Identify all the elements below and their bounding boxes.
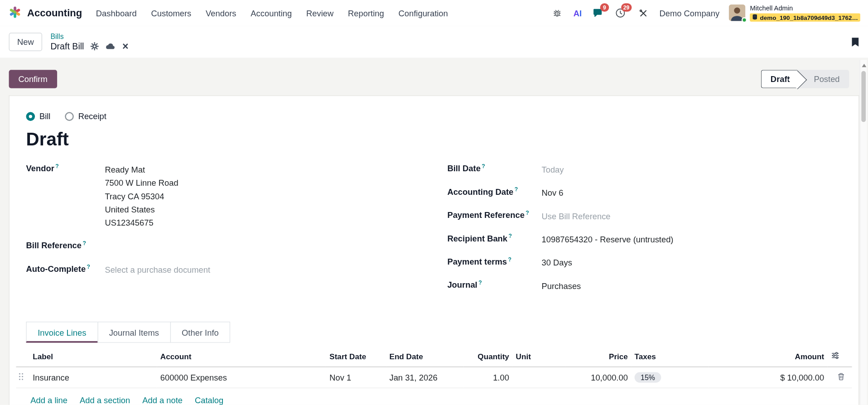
company-switcher[interactable]: Demo Company bbox=[660, 8, 720, 18]
field-bill-reference: Bill Reference? bbox=[26, 240, 421, 253]
field-journal: Journal? Purchases bbox=[447, 280, 842, 292]
drag-handle-icon[interactable] bbox=[16, 367, 29, 388]
add-a-note-link[interactable]: Add a note bbox=[142, 395, 183, 405]
form-grid: Vendor? Ready Mat 7500 W Linne Road Trac… bbox=[26, 163, 842, 303]
delete-line-icon[interactable] bbox=[828, 367, 852, 388]
radio-receipt[interactable]: Receipt bbox=[65, 111, 106, 121]
radio-receipt-input[interactable] bbox=[65, 112, 74, 121]
tab-invoice-lines[interactable]: Invoice Lines bbox=[26, 322, 98, 343]
cell-end-date[interactable]: Jan 31, 2026 bbox=[386, 367, 463, 388]
table-header-row: Label Account Start Date End Date Quanti… bbox=[16, 347, 852, 367]
cell-account[interactable]: 600000 Expenses bbox=[157, 367, 326, 388]
help-icon: ? bbox=[82, 240, 86, 246]
app-name: Accounting bbox=[27, 7, 82, 19]
breadcrumb-bills-link[interactable]: Bills bbox=[50, 32, 128, 40]
bookmark-icon[interactable] bbox=[851, 37, 859, 47]
cell-quantity[interactable]: 1.00 bbox=[463, 367, 512, 388]
cell-amount: $ 10,000.00 bbox=[709, 367, 828, 388]
vertical-scrollbar[interactable] bbox=[860, 60, 867, 405]
database-name: demo_190_1b8a709d49d3_1762… bbox=[760, 14, 858, 21]
radio-bill-input[interactable] bbox=[26, 112, 35, 121]
bill-form-sheet: Bill Receipt Draft Vendor? Ready Mat 750… bbox=[9, 96, 859, 405]
menu-configuration[interactable]: Configuration bbox=[391, 5, 455, 21]
column-options-icon[interactable] bbox=[828, 347, 852, 367]
cell-price[interactable]: 10,000.00 bbox=[566, 367, 631, 388]
navbar-systray: AI 9 29 Demo Company bbox=[551, 5, 860, 22]
breadcrumb: Bills Draft Bill bbox=[50, 32, 128, 52]
top-navbar: Accounting Dashboard Customers Vendors A… bbox=[0, 0, 868, 26]
notebook-tabs: Invoice Lines Journal Items Other Info bbox=[26, 322, 842, 343]
vendor-name-field[interactable]: Ready Mat bbox=[105, 163, 178, 176]
accounting-date-input[interactable]: Nov 6 bbox=[542, 187, 564, 199]
form-left-column: Vendor? Ready Mat 7500 W Linne Road Trac… bbox=[26, 163, 421, 303]
tab-other-info[interactable]: Other Info bbox=[170, 322, 230, 343]
tax-badge[interactable]: 15% bbox=[635, 372, 661, 383]
help-icon: ? bbox=[482, 163, 485, 169]
move-type-radio-group: Bill Receipt bbox=[26, 111, 842, 121]
menu-reporting[interactable]: Reporting bbox=[341, 5, 391, 21]
field-payment-reference: Payment Reference? Use Bill Reference bbox=[447, 210, 842, 222]
tab-journal-items[interactable]: Journal Items bbox=[97, 322, 171, 343]
col-quantity: Quantity bbox=[463, 347, 512, 367]
scrollbar-thumb[interactable] bbox=[861, 71, 866, 122]
col-label: Label bbox=[29, 347, 157, 367]
journal-input[interactable]: Purchases bbox=[542, 280, 581, 292]
form-right-column: Bill Date? Today Accounting Date? Nov 6 … bbox=[447, 163, 842, 303]
settings-gear-icon[interactable] bbox=[91, 42, 99, 50]
col-price: Price bbox=[566, 347, 631, 367]
radio-bill[interactable]: Bill bbox=[26, 111, 51, 121]
add-a-line-link[interactable]: Add a line bbox=[30, 395, 68, 405]
menu-accounting[interactable]: Accounting bbox=[243, 5, 299, 21]
bill-date-input[interactable]: Today bbox=[542, 163, 564, 176]
invoice-line-row: Insurance 600000 Expenses Nov 1 Jan 31, … bbox=[16, 367, 852, 388]
user-menu[interactable]: Mitchell Admin demo_190_1b8a709d49d3_176… bbox=[729, 5, 860, 22]
database-icon bbox=[752, 14, 757, 21]
help-icon: ? bbox=[478, 280, 482, 285]
tools-icon[interactable] bbox=[637, 6, 650, 19]
catalog-link[interactable]: Catalog bbox=[195, 395, 223, 405]
field-payment-terms: Payment terms? 30 Days bbox=[447, 256, 842, 269]
help-icon: ? bbox=[509, 233, 512, 239]
breadcrumb-current: Draft Bill bbox=[50, 41, 84, 52]
recipient-bank-input[interactable]: 10987654320 - Reserve (untrusted) bbox=[542, 233, 674, 246]
cell-start-date[interactable]: Nov 1 bbox=[326, 367, 386, 388]
menu-dashboard[interactable]: Dashboard bbox=[89, 5, 144, 21]
menu-customers[interactable]: Customers bbox=[144, 5, 199, 21]
activities-clock-icon[interactable]: 29 bbox=[614, 6, 627, 19]
cell-label[interactable]: Insurance bbox=[29, 367, 157, 388]
status-row: Confirm Draft Posted bbox=[0, 58, 868, 95]
avatar bbox=[729, 5, 746, 21]
help-icon: ? bbox=[55, 163, 58, 169]
col-taxes: Taxes bbox=[631, 347, 709, 367]
scroll-up-icon[interactable] bbox=[862, 64, 867, 67]
field-accounting-date: Accounting Date? Nov 6 bbox=[447, 187, 842, 199]
help-icon: ? bbox=[526, 210, 529, 216]
statusbar: Draft Posted bbox=[761, 70, 849, 88]
discuss-chat-icon[interactable]: 9 bbox=[591, 6, 604, 19]
payment-reference-input[interactable]: Use Bill Reference bbox=[542, 210, 611, 222]
menu-review[interactable]: Review bbox=[299, 5, 341, 21]
ai-icon[interactable]: AI bbox=[574, 8, 582, 18]
col-start-date: Start Date bbox=[326, 347, 386, 367]
confirm-button[interactable]: Confirm bbox=[9, 70, 57, 88]
cell-taxes[interactable]: 15% bbox=[631, 367, 709, 388]
cell-unit[interactable] bbox=[512, 367, 566, 388]
auto-complete-input[interactable]: Select a purchase document bbox=[105, 264, 210, 276]
state-draft[interactable]: Draft bbox=[761, 70, 798, 88]
field-bill-date: Bill Date? Today bbox=[447, 163, 842, 176]
table-footer-links: Add a line Add a section Add a note Cata… bbox=[16, 388, 852, 405]
bill-state-title: Draft bbox=[26, 129, 842, 149]
app-switcher[interactable]: Accounting bbox=[8, 5, 82, 21]
col-end-date: End Date bbox=[386, 347, 463, 367]
add-a-section-link[interactable]: Add a section bbox=[80, 395, 130, 405]
debug-bug-icon[interactable] bbox=[551, 6, 564, 19]
database-badge: demo_190_1b8a709d49d3_1762… bbox=[750, 13, 860, 21]
new-button[interactable]: New bbox=[9, 33, 42, 51]
discard-close-icon[interactable]: × bbox=[122, 43, 129, 50]
user-name: Mitchell Admin bbox=[750, 5, 860, 12]
field-recipient-bank: Recipient Bank? 10987654320 - Reserve (u… bbox=[447, 233, 842, 246]
vendor-address: 7500 W Linne Road Tracy CA 95304 United … bbox=[105, 177, 178, 230]
save-cloud-icon[interactable] bbox=[106, 43, 116, 50]
menu-vendors[interactable]: Vendors bbox=[198, 5, 243, 21]
payment-terms-input[interactable]: 30 Days bbox=[542, 256, 572, 269]
